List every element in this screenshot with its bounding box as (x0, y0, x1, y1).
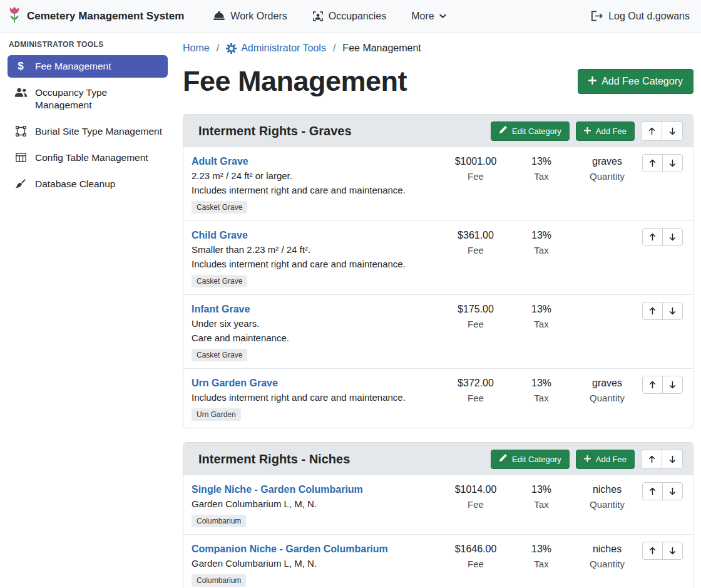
tax-column: 13% Tax (511, 542, 572, 570)
move-fee-up-button[interactable] (642, 154, 663, 172)
tax-column: 13% Tax (511, 154, 572, 183)
tax-label: Tax (511, 498, 572, 511)
move-fee-up-button[interactable] (642, 376, 663, 394)
tax-label: Tax (511, 317, 572, 331)
tax-value: 13% (511, 228, 572, 242)
nav-more[interactable]: More (411, 11, 446, 22)
move-fee-down-button[interactable] (662, 542, 683, 560)
add-fee-label: Add Fee (596, 126, 627, 136)
sidebar-item-label: Database Cleanup (35, 178, 115, 190)
move-category-down-button[interactable] (662, 450, 683, 469)
table-icon (14, 152, 28, 163)
fee-amount: $372.00 (441, 376, 511, 390)
fee-info: Single Niche - Garden Columbarium Garden… (192, 482, 441, 527)
logout-label: Log Out d.gowans (608, 11, 690, 22)
nav-occupancies[interactable]: Occupancies (312, 11, 387, 22)
move-fee-down-button[interactable] (662, 482, 683, 500)
tax-value: 13% (511, 302, 572, 316)
sidebar-item-config-table-management[interactable]: Config Table Management (8, 147, 168, 169)
tax-label: Tax (511, 244, 572, 257)
fee-name-link[interactable]: Single Niche - Garden Columbarium (192, 482, 363, 497)
move-fee-up-button[interactable] (642, 228, 663, 246)
quantity-unit: niches (572, 482, 642, 497)
tax-column: 13% Tax (511, 228, 572, 257)
tax-label: Tax (511, 170, 572, 183)
broom-icon (14, 178, 28, 190)
tax-column: 13% Tax (511, 482, 572, 511)
add-fee-button[interactable]: Add Fee (576, 450, 635, 469)
move-category-down-button[interactable] (662, 121, 683, 141)
fee-reorder-buttons (642, 482, 683, 500)
move-fee-up-button[interactable] (642, 302, 663, 320)
sidebar-item-database-cleanup[interactable]: Database Cleanup (8, 173, 168, 195)
fee-name-link[interactable]: Companion Niche - Garden Columbarium (192, 542, 388, 556)
fee-amount-column: $1014.00 Fee (441, 482, 511, 511)
move-fee-up-button[interactable] (642, 542, 663, 560)
fee-label: Fee (441, 244, 511, 257)
breadcrumb: Home / Administrator T (183, 41, 693, 55)
fee-name-link[interactable]: Adult Grave (192, 154, 248, 168)
fee-description-line-1: 2.23 m² / 24 ft² or larger. (192, 168, 436, 183)
breadcrumb-section-label: Administrator Tools (241, 41, 326, 55)
quantity-column (572, 302, 642, 303)
fee-label: Fee (441, 391, 511, 405)
fee-description-line-2: Care and maintenance. (192, 331, 436, 345)
quantity-column: niches Quantity (572, 542, 642, 570)
fee-amount: $1646.00 (441, 542, 511, 556)
move-fee-down-button[interactable] (662, 302, 683, 320)
edit-category-label: Edit Category (512, 455, 561, 464)
tax-value: 13% (511, 542, 572, 556)
gear-icon (226, 43, 237, 54)
logout-button[interactable]: Log Out d.gowans (591, 11, 690, 22)
fee-tag: Casket Grave (192, 201, 247, 214)
move-fee-down-button[interactable] (662, 376, 683, 394)
move-fee-up-button[interactable] (642, 482, 663, 500)
app-brand[interactable]: Cemetery Management System (8, 6, 184, 26)
brand-title: Cemetery Management System (27, 10, 184, 23)
move-category-up-button[interactable] (641, 121, 662, 141)
sidebar-item-occupancy-type-management[interactable]: Occupancy Type Management (8, 81, 168, 116)
fee-info: Companion Niche - Garden Columbarium Gar… (192, 542, 441, 587)
fee-name-link[interactable]: Child Grave (192, 228, 248, 242)
sidebar-heading: ADMINISTRATOR TOOLS (0, 40, 175, 49)
fee-amount-column: $175.00 Fee (441, 302, 511, 331)
fee-name-link[interactable]: Infant Grave (192, 302, 250, 316)
breadcrumb-admin-tools-link[interactable]: Administrator Tools (226, 41, 326, 55)
move-category-up-button[interactable] (641, 450, 662, 469)
fee-name-link[interactable]: Urn Garden Grave (192, 376, 278, 390)
page-header: Fee Management Add Fee Category (183, 64, 693, 99)
sidebar-item-label: Occupancy Type Management (35, 86, 163, 111)
add-fee-button[interactable]: Add Fee (576, 121, 635, 141)
pencil-icon (499, 126, 507, 136)
category-actions: Edit Category Add Fee (491, 450, 683, 469)
tax-value: 13% (511, 154, 572, 168)
add-fee-category-button[interactable]: Add Fee Category (578, 69, 693, 94)
fee-description-line-1: Garden Columbarium L, M, N. (192, 497, 436, 511)
fee-row: Urn Garden Grave Includes interment righ… (183, 369, 693, 428)
nav-label: Occupancies (329, 11, 387, 22)
nav-work-orders[interactable]: Work Orders (213, 11, 287, 22)
fee-amount-column: $1001.00 Fee (441, 154, 511, 183)
fee-amount-column: $361.00 Fee (441, 228, 511, 257)
edit-category-button[interactable]: Edit Category (491, 450, 570, 469)
fee-description-line-1: Garden Columbarium L, M, N. (192, 556, 436, 570)
tax-column: 13% Tax (511, 376, 572, 405)
tax-value: 13% (511, 376, 572, 390)
quantity-column: niches Quantity (572, 482, 642, 511)
breadcrumb-home-link[interactable]: Home (183, 41, 210, 55)
move-fee-down-button[interactable] (662, 228, 683, 246)
quantity-label: Quantity (572, 170, 642, 183)
people-icon (14, 87, 28, 98)
fee-reorder-buttons (642, 302, 683, 320)
move-fee-down-button[interactable] (662, 154, 683, 172)
sidebar-item-fee-management[interactable]: $ Fee Management (8, 55, 168, 78)
quantity-label: Quantity (572, 391, 642, 405)
fee-label: Fee (441, 317, 511, 331)
plus-icon (588, 76, 596, 87)
quantity-label: Quantity (572, 557, 642, 570)
edit-category-button[interactable]: Edit Category (491, 121, 570, 141)
fee-amount: $361.00 (441, 228, 511, 242)
quantity-column (572, 228, 642, 229)
category-header: Interment Rights - Graves Edit Category … (183, 115, 693, 147)
sidebar-item-burial-site-type-management[interactable]: Burial Site Type Management (8, 120, 168, 143)
